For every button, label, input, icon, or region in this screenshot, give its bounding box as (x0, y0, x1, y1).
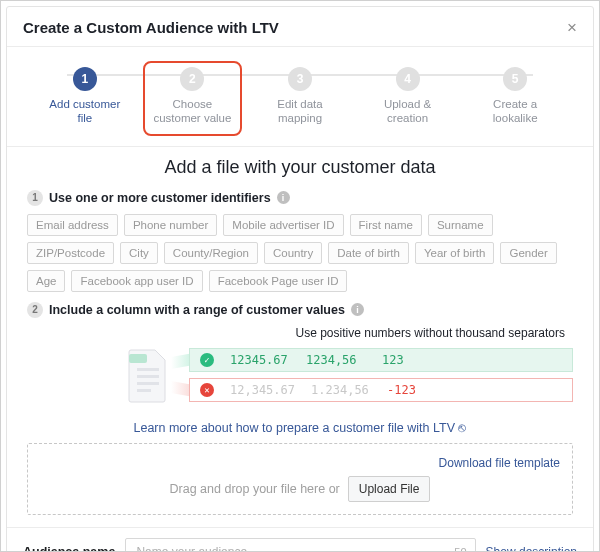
tag-email[interactable]: Email address (27, 214, 118, 236)
external-link-icon: ⎋ (458, 421, 466, 435)
tag-surname[interactable]: Surname (428, 214, 493, 236)
step-choose-customer-value[interactable]: 2 Choose customer value (139, 61, 247, 136)
learn-more-link[interactable]: Learn more about how to prepare a custom… (134, 421, 467, 435)
step-label: Create a lookalike (473, 97, 557, 126)
stepper: 1 Add customer file 2 Choose customer va… (7, 47, 593, 140)
tag-mobile-advertiser-id[interactable]: Mobile advertiser ID (223, 214, 343, 236)
tag-country[interactable]: Country (264, 242, 322, 264)
section2-title: Include a column with a range of custome… (49, 303, 345, 317)
csv-file-icon (127, 346, 171, 404)
download-template-link[interactable]: Download file template (439, 456, 560, 470)
tag-fb-app-user-id[interactable]: Facebook app user ID (71, 270, 202, 292)
upload-file-button[interactable]: Upload File (348, 476, 431, 502)
tag-first-name[interactable]: First name (350, 214, 422, 236)
info-icon[interactable]: i (351, 303, 364, 316)
section-num-icon: 2 (27, 302, 43, 318)
close-icon[interactable]: × (567, 19, 577, 36)
tag-gender[interactable]: Gender (500, 242, 556, 264)
svg-rect-2 (137, 382, 159, 385)
tag-dob[interactable]: Date of birth (328, 242, 409, 264)
step-create-lookalike[interactable]: 5 Create a lookalike (461, 61, 569, 136)
file-dropzone[interactable]: Download file template Drag and drop you… (27, 443, 573, 515)
step-edit-data-mapping[interactable]: 3 Edit data mapping (246, 61, 354, 136)
step-bullet: 2 (180, 67, 204, 91)
section1-title: Use one or more customer identifiers (49, 191, 271, 205)
check-icon: ✓ (200, 353, 214, 367)
dialog-title: Create a Custom Audience with LTV (23, 19, 279, 36)
step-bullet: 5 (503, 67, 527, 91)
step-label: Add customer file (43, 97, 127, 126)
step-bullet: 1 (73, 67, 97, 91)
section-num-icon: 1 (27, 190, 43, 206)
tag-county-region[interactable]: County/Region (164, 242, 258, 264)
invalid-example-row: ✕ 12,345.67 1.234,56 -123 (189, 378, 573, 402)
tag-yob[interactable]: Year of birth (415, 242, 495, 264)
tag-fb-page-user-id[interactable]: Facebook Page user ID (209, 270, 348, 292)
svg-rect-1 (137, 375, 159, 378)
svg-rect-4 (129, 354, 147, 363)
step-bullet: 4 (396, 67, 420, 91)
svg-rect-3 (137, 389, 151, 392)
step-label: Edit data mapping (258, 97, 342, 126)
step-add-customer-file[interactable]: 1 Add customer file (31, 61, 139, 136)
tag-age[interactable]: Age (27, 270, 65, 292)
example-illustration: ✓ 12345.67 1234,56 123 ✕ 12,345.67 1.234… (27, 346, 573, 404)
number-format-hint: Use positive numbers without thousand se… (27, 326, 565, 340)
step-label: Choose customer value (151, 97, 235, 126)
show-description-link[interactable]: Show description (486, 545, 577, 552)
audience-name-label: Audience name (23, 545, 115, 552)
step-bullet: 3 (288, 67, 312, 91)
valid-example-row: ✓ 12345.67 1234,56 123 (189, 348, 573, 372)
tag-phone[interactable]: Phone number (124, 214, 217, 236)
dropzone-text: Drag and drop your file here or (170, 482, 340, 496)
tag-city[interactable]: City (120, 242, 158, 264)
identifier-tags: Email address Phone number Mobile advert… (27, 214, 573, 292)
page-heading: Add a file with your customer data (27, 157, 573, 178)
info-icon[interactable]: i (277, 191, 290, 204)
svg-rect-0 (137, 368, 159, 371)
x-icon: ✕ (200, 383, 214, 397)
audience-name-input[interactable] (134, 544, 454, 552)
step-label: Upload & creation (366, 97, 450, 126)
char-counter: 50 (454, 546, 466, 552)
step-upload-creation[interactable]: 4 Upload & creation (354, 61, 462, 136)
tag-zip[interactable]: ZIP/Postcode (27, 242, 114, 264)
